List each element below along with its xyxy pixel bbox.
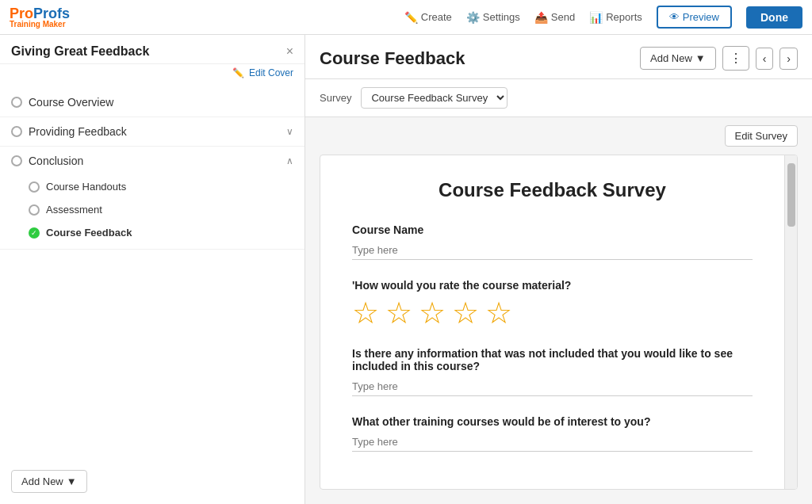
conclusion-sub-items: Course Handouts Assessment Course Feedba… [0, 175, 304, 249]
edit-survey-row: Edit Survey [305, 117, 812, 155]
sub-label-course-feedback: Course Feedback [46, 227, 132, 239]
sub-radio-assessment [29, 204, 40, 216]
send-icon: 📤 [534, 11, 548, 24]
main-add-new-button[interactable]: Add New ▼ [640, 47, 716, 70]
dropdown-arrow-icon: ▼ [695, 52, 706, 64]
chevron-up-icon: ∧ [286, 155, 293, 166]
section-course-overview-header[interactable]: Course Overview [0, 88, 304, 116]
settings-icon: ⚙️ [466, 11, 480, 24]
sidebar-add-new-area: Add New ▼ [0, 459, 304, 504]
survey-field-rating: 'How would you rate the course material?… [352, 279, 753, 328]
sidebar-item-course-feedback[interactable]: Course Feedback [29, 221, 293, 244]
star-1[interactable]: ☆ [352, 298, 379, 328]
sidebar-title: Giving Great Feedback [11, 44, 149, 59]
done-button[interactable]: Done [746, 6, 802, 29]
preview-button[interactable]: 👁 Preview [657, 6, 732, 29]
eye-icon: 👁 [669, 11, 680, 23]
section-radio-conclusion [11, 155, 22, 166]
sub-radio-course-feedback [29, 227, 40, 239]
field-label-course-name: Course Name [352, 223, 753, 236]
field-input-other-courses[interactable] [352, 433, 753, 452]
section-conclusion: Conclusion ∧ Course Handouts Assessment [0, 147, 304, 250]
section-providing-feedback: Providing Feedback ∨ [0, 117, 304, 147]
sub-label-assessment: Assessment [46, 204, 102, 216]
nav-next-button[interactable]: › [779, 48, 798, 70]
survey-preview-scroll[interactable]: Course Feedback Survey Course Name 'How … [320, 155, 784, 489]
survey-preview-container: Course Feedback Survey Course Name 'How … [320, 155, 798, 490]
main-panel-actions: Add New ▼ ⋮ ‹ › [640, 46, 798, 71]
nav-prev-button[interactable]: ‹ [756, 48, 774, 70]
more-options-button[interactable]: ⋮ [722, 46, 749, 71]
sub-radio-course-handouts [29, 181, 40, 193]
nav-reports[interactable]: 📊 Reports [589, 11, 642, 24]
survey-field-missing-info: Is there any information that was not in… [352, 347, 753, 396]
section-label-conclusion: Conclusion [29, 155, 83, 167]
reports-icon: 📊 [589, 11, 603, 24]
edit-survey-button[interactable]: Edit Survey [725, 125, 798, 147]
main-panel-header: Course Feedback Add New ▼ ⋮ ‹ › [305, 35, 812, 79]
section-providing-feedback-header[interactable]: Providing Feedback ∨ [0, 117, 304, 146]
scrollbar-track[interactable] [784, 155, 797, 489]
logo: ProProfs Training Maker [10, 6, 70, 29]
survey-field-other-courses: What other training courses would be of … [352, 415, 753, 452]
section-radio-course-overview [11, 97, 22, 108]
sidebar-item-course-handouts[interactable]: Course Handouts [29, 175, 293, 198]
scrollbar-thumb [787, 163, 795, 227]
field-label-missing-info: Is there any information that was not in… [352, 347, 753, 372]
star-5[interactable]: ☆ [485, 298, 512, 328]
chevron-down-icon: ∨ [286, 126, 293, 137]
field-label-rating: 'How would you rate the course material? [352, 279, 753, 292]
star-rating[interactable]: ☆ ☆ ☆ ☆ ☆ [352, 298, 753, 328]
pencil-icon: ✏️ [232, 67, 244, 78]
logo-sub: Training Maker [10, 21, 70, 29]
survey-select[interactable]: Course Feedback Survey [361, 87, 508, 109]
sub-label-course-handouts: Course Handouts [46, 181, 126, 193]
section-radio-providing-feedback [11, 126, 22, 137]
sidebar-item-assessment[interactable]: Assessment [29, 198, 293, 221]
nav-items: ✏️ Create ⚙️ Settings 📤 Send 📊 Reports 👁… [404, 6, 802, 29]
star-4[interactable]: ☆ [452, 298, 479, 328]
star-2[interactable]: ☆ [385, 298, 412, 328]
create-icon: ✏️ [404, 11, 418, 24]
star-3[interactable]: ☆ [419, 298, 446, 328]
field-input-missing-info[interactable] [352, 377, 753, 396]
section-conclusion-header[interactable]: Conclusion ∧ [0, 147, 304, 175]
section-label-course-overview: Course Overview [29, 96, 113, 109]
main-content: Giving Great Feedback × ✏️ Edit Cover Co… [0, 35, 812, 504]
field-label-other-courses: What other training courses would be of … [352, 415, 753, 428]
nav-create[interactable]: ✏️ Create [404, 11, 452, 24]
add-new-button[interactable]: Add New ▼ [11, 470, 87, 493]
logo-name: ProProfs [10, 6, 70, 21]
page-title: Course Feedback [320, 48, 465, 69]
dropdown-arrow-icon: ▼ [67, 475, 77, 487]
edit-cover-link[interactable]: ✏️ Edit Cover [0, 64, 304, 83]
section-label-providing-feedback: Providing Feedback [29, 125, 127, 138]
sidebar-close-button[interactable]: × [286, 44, 293, 59]
top-nav: ProProfs Training Maker ✏️ Create ⚙️ Set… [0, 0, 812, 35]
sidebar: Giving Great Feedback × ✏️ Edit Cover Co… [0, 35, 305, 504]
sidebar-header: Giving Great Feedback × [0, 35, 304, 64]
main-panel: Course Feedback Add New ▼ ⋮ ‹ › Survey C… [305, 35, 812, 504]
nav-settings[interactable]: ⚙️ Settings [466, 11, 520, 24]
field-input-course-name[interactable] [352, 241, 753, 260]
nav-send[interactable]: 📤 Send [534, 11, 575, 24]
survey-title: Course Feedback Survey [352, 179, 753, 201]
section-course-overview: Course Overview [0, 88, 304, 117]
sidebar-items: Course Overview Providing Feedback ∨ [0, 83, 304, 459]
survey-row: Survey Course Feedback Survey [305, 79, 812, 117]
survey-field-course-name: Course Name [352, 223, 753, 260]
survey-label: Survey [320, 92, 351, 104]
